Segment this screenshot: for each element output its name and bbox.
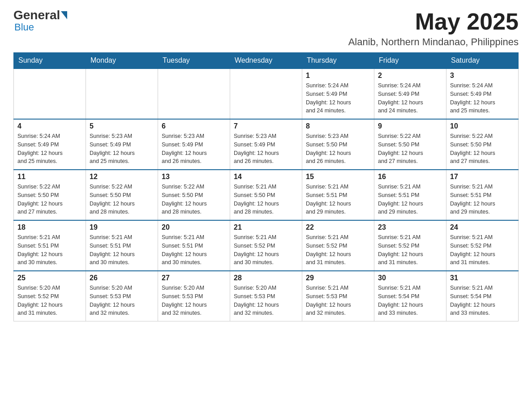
day-number: 18	[17, 223, 82, 231]
calendar-cell: 22Sunrise: 5:21 AM Sunset: 5:52 PM Dayli…	[302, 220, 374, 271]
day-info: Sunrise: 5:21 AM Sunset: 5:51 PM Dayligh…	[450, 183, 515, 216]
calendar-week-row: 1Sunrise: 5:24 AM Sunset: 5:49 PM Daylig…	[14, 68, 519, 119]
calendar-header-monday: Monday	[86, 53, 158, 69]
page-header: General Blue May 2025 Alanib, Northern M…	[13, 9, 519, 48]
calendar-cell: 3Sunrise: 5:24 AM Sunset: 5:49 PM Daylig…	[446, 68, 519, 119]
day-number: 24	[450, 223, 515, 231]
day-info: Sunrise: 5:21 AM Sunset: 5:50 PM Dayligh…	[234, 183, 298, 216]
calendar-week-row: 4Sunrise: 5:24 AM Sunset: 5:49 PM Daylig…	[14, 119, 519, 170]
day-info: Sunrise: 5:21 AM Sunset: 5:51 PM Dayligh…	[162, 233, 226, 267]
day-info: Sunrise: 5:21 AM Sunset: 5:53 PM Dayligh…	[306, 284, 370, 317]
day-number: 9	[378, 122, 442, 130]
day-number: 20	[162, 223, 226, 231]
calendar-cell: 18Sunrise: 5:21 AM Sunset: 5:51 PM Dayli…	[14, 220, 86, 271]
day-info: Sunrise: 5:22 AM Sunset: 5:50 PM Dayligh…	[17, 183, 82, 216]
day-info: Sunrise: 5:21 AM Sunset: 5:54 PM Dayligh…	[450, 284, 515, 317]
logo-triangle-icon	[61, 11, 67, 19]
day-number: 2	[378, 72, 442, 80]
calendar-header-thursday: Thursday	[302, 53, 374, 69]
calendar-cell: 14Sunrise: 5:21 AM Sunset: 5:50 PM Dayli…	[230, 170, 302, 220]
day-info: Sunrise: 5:23 AM Sunset: 5:49 PM Dayligh…	[162, 132, 226, 166]
day-number: 19	[90, 223, 154, 231]
day-info: Sunrise: 5:21 AM Sunset: 5:52 PM Dayligh…	[378, 233, 442, 267]
calendar-table: SundayMondayTuesdayWednesdayThursdayFrid…	[13, 52, 519, 321]
day-info: Sunrise: 5:20 AM Sunset: 5:53 PM Dayligh…	[90, 284, 154, 317]
calendar-header-friday: Friday	[374, 53, 446, 69]
calendar-header-row: SundayMondayTuesdayWednesdayThursdayFrid…	[14, 53, 519, 69]
day-number: 10	[450, 122, 515, 130]
calendar-cell: 28Sunrise: 5:20 AM Sunset: 5:53 PM Dayli…	[230, 271, 302, 321]
day-number: 12	[90, 173, 154, 181]
calendar-cell: 30Sunrise: 5:21 AM Sunset: 5:54 PM Dayli…	[374, 271, 446, 321]
calendar-cell: 17Sunrise: 5:21 AM Sunset: 5:51 PM Dayli…	[446, 170, 519, 220]
day-number: 22	[306, 223, 370, 231]
day-number: 25	[17, 274, 82, 282]
day-number: 5	[90, 122, 154, 130]
calendar-cell	[86, 68, 158, 119]
day-number: 28	[234, 274, 298, 282]
day-info: Sunrise: 5:22 AM Sunset: 5:50 PM Dayligh…	[162, 183, 226, 216]
day-info: Sunrise: 5:20 AM Sunset: 5:52 PM Dayligh…	[17, 284, 82, 317]
day-info: Sunrise: 5:24 AM Sunset: 5:49 PM Dayligh…	[378, 81, 442, 115]
calendar-cell: 1Sunrise: 5:24 AM Sunset: 5:49 PM Daylig…	[302, 68, 374, 119]
calendar-cell: 31Sunrise: 5:21 AM Sunset: 5:54 PM Dayli…	[446, 271, 519, 321]
month-year-title: May 2025	[348, 9, 519, 34]
day-number: 13	[162, 173, 226, 181]
day-info: Sunrise: 5:23 AM Sunset: 5:49 PM Dayligh…	[90, 132, 154, 166]
day-number: 29	[306, 274, 370, 282]
day-info: Sunrise: 5:21 AM Sunset: 5:51 PM Dayligh…	[90, 233, 154, 267]
day-info: Sunrise: 5:24 AM Sunset: 5:49 PM Dayligh…	[450, 81, 515, 115]
calendar-cell: 12Sunrise: 5:22 AM Sunset: 5:50 PM Dayli…	[86, 170, 158, 220]
day-number: 15	[306, 173, 370, 181]
day-info: Sunrise: 5:22 AM Sunset: 5:50 PM Dayligh…	[378, 132, 442, 166]
day-number: 11	[17, 173, 82, 181]
calendar-cell: 21Sunrise: 5:21 AM Sunset: 5:52 PM Dayli…	[230, 220, 302, 271]
calendar-cell: 27Sunrise: 5:20 AM Sunset: 5:53 PM Dayli…	[158, 271, 230, 321]
calendar-cell: 16Sunrise: 5:21 AM Sunset: 5:51 PM Dayli…	[374, 170, 446, 220]
day-info: Sunrise: 5:21 AM Sunset: 5:52 PM Dayligh…	[306, 233, 370, 267]
day-info: Sunrise: 5:20 AM Sunset: 5:53 PM Dayligh…	[162, 284, 226, 317]
day-info: Sunrise: 5:21 AM Sunset: 5:54 PM Dayligh…	[378, 284, 442, 317]
calendar-cell: 4Sunrise: 5:24 AM Sunset: 5:49 PM Daylig…	[14, 119, 86, 170]
day-number: 16	[378, 173, 442, 181]
calendar-cell: 13Sunrise: 5:22 AM Sunset: 5:50 PM Dayli…	[158, 170, 230, 220]
day-info: Sunrise: 5:21 AM Sunset: 5:52 PM Dayligh…	[450, 233, 515, 267]
day-info: Sunrise: 5:22 AM Sunset: 5:50 PM Dayligh…	[450, 132, 515, 166]
day-number: 23	[378, 223, 442, 231]
day-number: 3	[450, 72, 515, 80]
logo[interactable]: General Blue	[13, 9, 68, 33]
day-info: Sunrise: 5:24 AM Sunset: 5:49 PM Dayligh…	[17, 132, 82, 166]
calendar-cell: 6Sunrise: 5:23 AM Sunset: 5:49 PM Daylig…	[158, 119, 230, 170]
calendar-cell: 10Sunrise: 5:22 AM Sunset: 5:50 PM Dayli…	[446, 119, 519, 170]
day-number: 21	[234, 223, 298, 231]
calendar-cell: 20Sunrise: 5:21 AM Sunset: 5:51 PM Dayli…	[158, 220, 230, 271]
day-number: 27	[162, 274, 226, 282]
day-number: 17	[450, 173, 515, 181]
calendar-header-saturday: Saturday	[446, 53, 519, 69]
calendar-cell: 2Sunrise: 5:24 AM Sunset: 5:49 PM Daylig…	[374, 68, 446, 119]
day-info: Sunrise: 5:21 AM Sunset: 5:51 PM Dayligh…	[306, 183, 370, 216]
calendar-header-wednesday: Wednesday	[230, 53, 302, 69]
day-info: Sunrise: 5:22 AM Sunset: 5:50 PM Dayligh…	[90, 183, 154, 216]
calendar-cell: 11Sunrise: 5:22 AM Sunset: 5:50 PM Dayli…	[14, 170, 86, 220]
day-number: 4	[17, 122, 82, 130]
calendar-cell: 9Sunrise: 5:22 AM Sunset: 5:50 PM Daylig…	[374, 119, 446, 170]
calendar-cell: 24Sunrise: 5:21 AM Sunset: 5:52 PM Dayli…	[446, 220, 519, 271]
day-number: 7	[234, 122, 298, 130]
calendar-cell: 25Sunrise: 5:20 AM Sunset: 5:52 PM Dayli…	[14, 271, 86, 321]
calendar-cell: 19Sunrise: 5:21 AM Sunset: 5:51 PM Dayli…	[86, 220, 158, 271]
logo-general-text: General	[13, 9, 60, 21]
day-info: Sunrise: 5:21 AM Sunset: 5:51 PM Dayligh…	[17, 233, 82, 267]
day-info: Sunrise: 5:23 AM Sunset: 5:49 PM Dayligh…	[234, 132, 298, 166]
day-number: 30	[378, 274, 442, 282]
calendar-header-sunday: Sunday	[14, 53, 86, 69]
day-info: Sunrise: 5:23 AM Sunset: 5:50 PM Dayligh…	[306, 132, 370, 166]
calendar-cell: 8Sunrise: 5:23 AM Sunset: 5:50 PM Daylig…	[302, 119, 374, 170]
calendar-week-row: 25Sunrise: 5:20 AM Sunset: 5:52 PM Dayli…	[14, 271, 519, 321]
day-info: Sunrise: 5:21 AM Sunset: 5:51 PM Dayligh…	[378, 183, 442, 216]
day-number: 14	[234, 173, 298, 181]
day-number: 8	[306, 122, 370, 130]
calendar-cell	[230, 68, 302, 119]
calendar-cell	[158, 68, 230, 119]
calendar-cell: 7Sunrise: 5:23 AM Sunset: 5:49 PM Daylig…	[230, 119, 302, 170]
